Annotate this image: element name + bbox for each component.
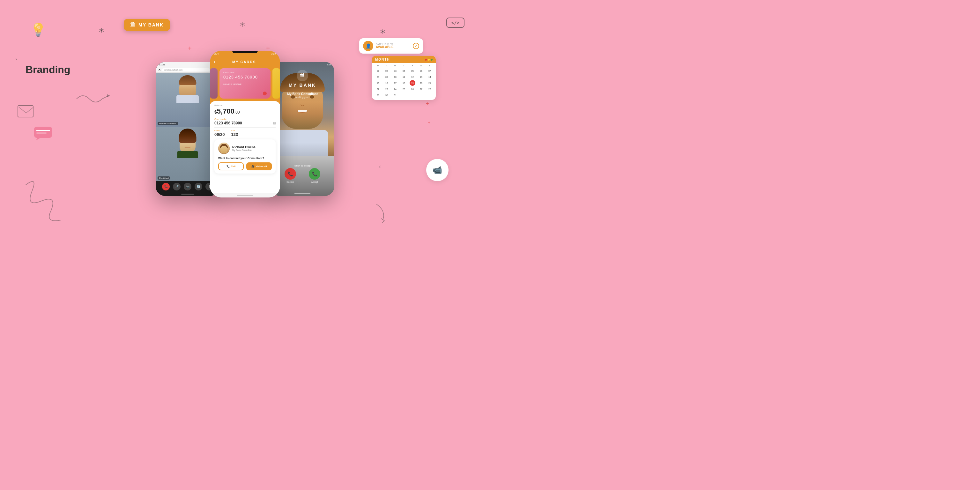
- cal-14[interactable]: 14: [427, 74, 433, 80]
- video-icon: 🎥: [251, 165, 255, 168]
- currency: $: [215, 110, 217, 115]
- cal-30[interactable]: 30: [384, 92, 390, 98]
- svg-marker-20: [36, 138, 40, 140]
- cal-24[interactable]: 24: [392, 86, 398, 92]
- accept-button[interactable]: 📞: [309, 168, 320, 180]
- center-battery: 31%: [271, 52, 276, 55]
- svg-line-5: [380, 30, 385, 33]
- phones-container: 🏛 MY BANK 11:21 84% ✕ sandbox.mybank.com…: [156, 51, 334, 197]
- bank-logo-area: 🏛 MY BANK: [270, 67, 334, 90]
- cal-17[interactable]: 17: [392, 80, 398, 86]
- cal-dot-green: [431, 59, 433, 60]
- lightbulb-icon: 💡: [30, 22, 46, 37]
- cal-05[interactable]: 05: [410, 68, 415, 74]
- end-call-btn[interactable]: 📞: [162, 183, 170, 191]
- expiry-cvv-row: Expiry 06/20 CVV 123: [215, 129, 275, 137]
- bank-name: MY BANK: [138, 22, 164, 27]
- cal-29[interactable]: 29: [375, 92, 381, 98]
- cal-15[interactable]: 15: [375, 80, 381, 86]
- touch-accept-label: Touch to accept: [293, 164, 311, 167]
- camera-btn[interactable]: 📷: [184, 183, 191, 191]
- cal-22[interactable]: 22: [375, 86, 381, 92]
- apt-info: DATE / 12:00 PM AVAILABLE: [376, 43, 410, 49]
- contact-question: Want to contact your Consultant?: [218, 157, 272, 160]
- cvv-label: CVV: [231, 129, 238, 131]
- cards-header: ‹ MY CARDS ⋯: [210, 57, 280, 68]
- apt-date-label: DATE / 12:00 PM: [376, 43, 410, 45]
- balance-label: Balance: [215, 104, 275, 107]
- expiry-item: Expiry 06/20: [215, 129, 225, 137]
- rotate-btn[interactable]: 🔄: [195, 183, 202, 191]
- svg-text:+: +: [426, 101, 429, 106]
- consultant-video-label: My Bank Consultant: [158, 122, 178, 125]
- cal-10[interactable]: 10: [392, 74, 398, 80]
- cal-28[interactable]: 28: [427, 86, 433, 92]
- phone-icon: 📞: [226, 165, 230, 168]
- back-arrow-icon[interactable]: ‹: [214, 59, 215, 64]
- cal-day-W: W: [391, 64, 400, 67]
- cal-08[interactable]: 08: [375, 74, 381, 80]
- cal-20[interactable]: 20: [418, 80, 424, 86]
- cal-27[interactable]: 27: [418, 86, 424, 92]
- cal-day-S: S: [417, 64, 425, 67]
- cal-19-today[interactable]: 19: [410, 80, 415, 86]
- center-time: 3:24: [214, 52, 219, 55]
- decline-btn-group: 📞 Decline: [285, 168, 296, 183]
- cal-06[interactable]: 06: [418, 68, 424, 74]
- branding-label: Branding: [25, 64, 70, 76]
- card-number-label: Card number: [223, 72, 267, 73]
- decline-button[interactable]: 📞: [285, 168, 296, 180]
- cal-18[interactable]: 18: [401, 80, 407, 86]
- mute-btn[interactable]: 🎤: [173, 183, 181, 191]
- home-bar: [156, 192, 220, 196]
- cvv-item: CVV 123: [231, 129, 238, 137]
- svg-line-15: [240, 23, 245, 25]
- cvv-value: 123: [231, 132, 238, 137]
- amount: 5,700: [217, 107, 234, 115]
- cal-25[interactable]: 25: [401, 86, 407, 92]
- videocall-circle-icon: 📹: [433, 165, 442, 175]
- cal-12[interactable]: 12: [410, 74, 415, 80]
- copy-icon[interactable]: ⊡: [273, 121, 275, 125]
- cal-01[interactable]: 01: [375, 68, 381, 74]
- videocall-button[interactable]: 🎥 Videocall: [246, 162, 272, 170]
- accept-label: Accept: [311, 181, 318, 183]
- cards-menu-dots[interactable]: ⋯: [273, 60, 276, 64]
- videocall-circle[interactable]: 📹: [426, 159, 449, 181]
- cal-13[interactable]: 13: [418, 74, 424, 80]
- cal-02[interactable]: 02: [384, 68, 390, 74]
- cal-day-F: F: [408, 64, 417, 67]
- svg-marker-0: [107, 94, 110, 97]
- svg-line-6: [380, 30, 385, 33]
- card-chip: [263, 92, 267, 95]
- consultant-role: My Bank Consultant: [232, 149, 256, 151]
- card-carousel: Card number 0123 456 78900 NAME SURNAME: [210, 68, 280, 104]
- card-num-label2: Card number: [215, 118, 275, 120]
- cal-03[interactable]: 03: [392, 68, 398, 74]
- svg-line-3: [99, 29, 104, 32]
- cal-26[interactable]: 26: [410, 86, 415, 92]
- svg-rect-17: [34, 127, 52, 138]
- cal-04[interactable]: 04: [401, 68, 407, 74]
- cal-07[interactable]: 07: [427, 68, 433, 74]
- cal-11[interactable]: 11: [401, 74, 407, 80]
- cal-31[interactable]: 31: [392, 92, 398, 98]
- consultant-card: Richard Owens My Bank Consultant Want to…: [215, 139, 275, 173]
- cal-day-T2: T: [400, 64, 408, 67]
- svg-text:‹: ‹: [379, 163, 381, 170]
- bank-icon: 🏛: [130, 22, 136, 28]
- cal-23[interactable]: 23: [384, 86, 390, 92]
- cal-09[interactable]: 09: [384, 74, 390, 80]
- speech-bubble: [33, 126, 52, 142]
- envelope-icon: [18, 105, 33, 118]
- cal-empty-1: [401, 92, 407, 98]
- cal-16[interactable]: 16: [384, 80, 390, 86]
- call-button[interactable]: 📞 Call: [218, 162, 244, 170]
- caller-name: My Bank Consultant: [272, 92, 332, 96]
- card-number-value: 0123 456 78900: [223, 75, 267, 80]
- calendar-grid: 01 02 03 04 05 06 07 08 09 10 11 12 13 1…: [372, 67, 436, 100]
- cal-day-M: M: [374, 64, 382, 67]
- cal-21[interactable]: 21: [427, 80, 433, 86]
- consultant-name: Richard Owens: [232, 145, 256, 149]
- cal-empty-2: [410, 92, 415, 98]
